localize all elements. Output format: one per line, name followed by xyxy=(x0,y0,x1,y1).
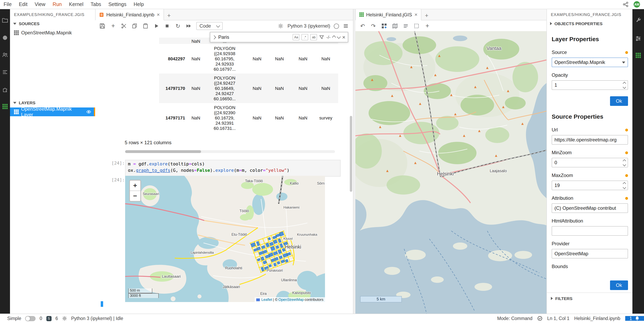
sessions-gear-icon[interactable] xyxy=(62,316,67,321)
menu-item-tabs[interactable]: Tabs xyxy=(87,1,105,7)
grid-icon xyxy=(14,30,19,35)
save-icon[interactable] xyxy=(99,23,106,29)
jgis-panel-icon[interactable] xyxy=(0,100,10,112)
previous-match-icon[interactable] xyxy=(332,35,336,39)
new-tab-button[interactable]: + xyxy=(164,10,174,20)
jgis-map-canvas[interactable]: VantaaHelsinkiLaajasalo 5 km xyxy=(356,31,546,314)
stepper-icon[interactable] xyxy=(623,82,626,88)
openstreetmap-link[interactable]: OpenStreetMap xyxy=(278,298,304,302)
tab-helsinki-finland-ipynb[interactable]: Helsinki_Finland.ipynb × xyxy=(95,9,164,20)
menu-item-kernel[interactable]: Kernel xyxy=(65,1,87,7)
close-icon[interactable]: × xyxy=(414,12,417,17)
property-inspector-wrench-icon[interactable] xyxy=(633,14,643,26)
kernel-name[interactable]: Python 3 (ipykernel) xyxy=(288,23,330,29)
cut-cells-icon[interactable] xyxy=(121,23,127,29)
stepper-icon[interactable] xyxy=(623,183,626,189)
required-dot-icon xyxy=(625,51,628,54)
expand-replace-chevron-icon[interactable] xyxy=(212,35,216,39)
cell-type-dropdown[interactable]: Code xyxy=(196,22,222,30)
opacity-input[interactable]: 1 xyxy=(552,80,628,90)
source-select[interactable]: OpenStreetMap.Mapnik xyxy=(552,57,628,67)
settings-sliders-icon[interactable] xyxy=(633,32,643,44)
zoom-in-button[interactable]: + xyxy=(130,181,140,191)
menu-item-view[interactable]: View xyxy=(31,1,49,7)
source-item-openstreetmap[interactable]: OpenStreetMap.Mapnik xyxy=(10,28,95,37)
regex-icon[interactable]: .* xyxy=(302,34,308,40)
table-row: 14797170 NaN POLYGON ((24.92427 60.16649… xyxy=(159,73,338,103)
notebook-content[interactable]: Aa .* ab -/- × NaN ... xyxy=(95,31,353,314)
add-cell-icon[interactable]: + xyxy=(110,23,116,29)
minzoom-input[interactable]: 0 xyxy=(552,158,628,167)
paste-cells-icon[interactable] xyxy=(142,23,149,29)
search-input[interactable] xyxy=(218,34,291,40)
collaboration-users-icon[interactable] xyxy=(0,49,10,61)
layer-list-icon[interactable] xyxy=(402,23,409,29)
attribution-input[interactable]: (C) OpenStreetMap contribut xyxy=(552,203,628,213)
add-layer-plus-icon[interactable]: + xyxy=(424,23,430,29)
source-ok-button[interactable]: Ok xyxy=(610,281,628,290)
filters-section[interactable]: FILTERS xyxy=(547,292,633,304)
maxzoom-input[interactable]: 19 xyxy=(552,181,628,190)
leaflet-link[interactable]: Leaflet xyxy=(262,298,272,302)
active-cell-indicator[interactable] xyxy=(101,301,103,307)
search-overlay: Aa .* ab -/- × xyxy=(210,32,348,42)
kernel-settings-gear-icon[interactable] xyxy=(278,23,284,29)
menu-item-file[interactable]: File xyxy=(0,1,15,7)
menu-item-help[interactable]: Help xyxy=(130,1,147,7)
menu-item-edit[interactable]: Edit xyxy=(15,1,31,7)
layer-ok-button[interactable]: Ok xyxy=(610,96,628,106)
bounds-label: Bounds xyxy=(552,264,568,269)
scrollbar-thumb[interactable] xyxy=(125,150,201,153)
kernels-count[interactable]: 6 xyxy=(55,316,58,321)
interrupt-kernel-icon[interactable] xyxy=(164,23,170,29)
layer-item-openstreetmap[interactable]: OpenStreetMap.Mapnik Layer xyxy=(10,107,95,116)
undo-icon[interactable]: ↶ xyxy=(360,23,366,29)
close-search-icon[interactable]: × xyxy=(342,34,346,40)
objects-properties-section[interactable]: OBJECTS PROPERTIES xyxy=(547,19,633,28)
redo-icon[interactable]: ↷ xyxy=(370,23,376,29)
url-input[interactable]: https://tile.openstreetmap.org xyxy=(552,135,628,145)
tab-helsinki-finland-jgis[interactable]: Helsinki_Finland.jGIS × xyxy=(356,9,422,20)
layers-section-header[interactable]: LAYERS xyxy=(10,98,95,107)
running-kernels-icon[interactable] xyxy=(0,31,10,43)
extensions-puzzle-icon[interactable] xyxy=(0,83,10,95)
table-of-contents-icon[interactable] xyxy=(0,66,10,78)
new-tab-button[interactable]: + xyxy=(422,10,432,20)
run-cell-icon[interactable] xyxy=(153,23,160,29)
stepper-icon[interactable] xyxy=(623,160,626,166)
provider-input[interactable]: OpenStreetMap xyxy=(552,249,628,259)
kernel-status-text[interactable]: Python 3 (ipykernel) | Idle xyxy=(71,316,123,321)
restart-kernel-icon[interactable]: ↻ xyxy=(175,23,181,29)
leaflet-map-output[interactable]: Taka-TöölöKallioSörnSeurasaariTöölöHakan… xyxy=(125,176,325,302)
new-raster-layer-icon[interactable] xyxy=(381,23,387,29)
zoom-out-button[interactable]: − xyxy=(130,191,140,201)
sources-section-header[interactable]: SOURCES xyxy=(10,19,95,28)
jgis-panel-icon[interactable] xyxy=(633,49,643,61)
htmlattribution-input[interactable] xyxy=(552,226,628,236)
cursor-position[interactable]: Ln 1, Col 1 xyxy=(547,316,570,321)
share-icon[interactable] xyxy=(622,1,629,7)
match-case-icon[interactable]: Aa xyxy=(293,34,300,40)
search-filter-icon[interactable] xyxy=(319,34,324,40)
terminals-count[interactable]: 0 xyxy=(40,316,42,321)
horizontal-scrollbar[interactable] xyxy=(125,150,335,153)
folder-icon[interactable] xyxy=(0,14,10,26)
close-icon[interactable]: × xyxy=(157,12,160,17)
whole-word-icon[interactable]: ab xyxy=(310,34,317,40)
minzoom-field: MinZoom 0 xyxy=(552,150,628,167)
restart-run-all-icon[interactable] xyxy=(186,23,192,29)
eye-icon[interactable] xyxy=(86,109,91,114)
avatar[interactable]: AM xyxy=(634,1,640,7)
next-match-icon[interactable] xyxy=(337,34,341,38)
copy-cells-icon[interactable] xyxy=(132,23,138,29)
code-cell-input[interactable]: m = gdf.explore(tooltip=cols) ox.graph_t… xyxy=(125,160,340,177)
notifications-area[interactable]: 1 xyxy=(625,316,644,321)
new-vector-layer-icon[interactable] xyxy=(392,23,398,29)
vertical-scrollbar[interactable] xyxy=(350,116,352,192)
collapse-panel-hamburger-icon[interactable] xyxy=(342,23,349,29)
menu-item-settings[interactable]: Settings xyxy=(105,1,130,7)
code-token: = xyxy=(239,168,242,173)
menu-item-run[interactable]: Run xyxy=(49,1,65,7)
draw-geometry-icon[interactable] xyxy=(413,23,420,29)
simple-mode-toggle[interactable] xyxy=(25,316,36,321)
